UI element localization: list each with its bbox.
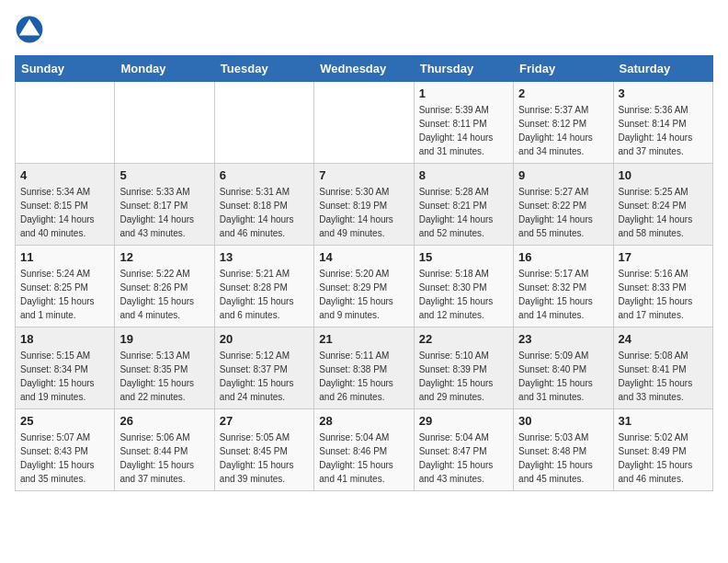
- calendar-cell: [314, 82, 414, 164]
- day-number: 1: [419, 86, 508, 100]
- day-info: Sunrise: 5:37 AM Sunset: 8:12 PM Dayligh…: [518, 103, 608, 158]
- day-number: 12: [119, 250, 209, 264]
- calendar-week-row: 4Sunrise: 5:34 AM Sunset: 8:15 PM Daylig…: [16, 164, 713, 246]
- calendar-cell: 4Sunrise: 5:34 AM Sunset: 8:15 PM Daylig…: [16, 164, 115, 246]
- day-info: Sunrise: 5:18 AM Sunset: 8:30 PM Dayligh…: [419, 267, 508, 322]
- calendar-cell: 20Sunrise: 5:12 AM Sunset: 8:37 PM Dayli…: [214, 327, 313, 409]
- calendar-cell: 26Sunrise: 5:06 AM Sunset: 8:44 PM Dayli…: [115, 409, 214, 491]
- calendar-cell: 13Sunrise: 5:21 AM Sunset: 8:28 PM Dayli…: [214, 246, 313, 327]
- calendar-cell: 18Sunrise: 5:15 AM Sunset: 8:34 PM Dayli…: [16, 327, 115, 409]
- day-info: Sunrise: 5:17 AM Sunset: 8:32 PM Dayligh…: [518, 267, 608, 322]
- day-number: 14: [319, 250, 408, 264]
- day-info: Sunrise: 5:11 AM Sunset: 8:38 PM Dayligh…: [319, 349, 408, 404]
- calendar-cell: 28Sunrise: 5:04 AM Sunset: 8:46 PM Dayli…: [314, 409, 414, 491]
- day-number: 23: [518, 332, 608, 346]
- calendar-cell: 24Sunrise: 5:08 AM Sunset: 8:41 PM Dayli…: [613, 327, 712, 409]
- day-info: Sunrise: 5:25 AM Sunset: 8:24 PM Dayligh…: [619, 185, 708, 240]
- calendar-cell: 14Sunrise: 5:20 AM Sunset: 8:29 PM Dayli…: [314, 246, 414, 327]
- calendar-cell: 3Sunrise: 5:36 AM Sunset: 8:14 PM Daylig…: [613, 82, 712, 164]
- calendar-cell: 25Sunrise: 5:07 AM Sunset: 8:43 PM Dayli…: [16, 409, 115, 491]
- day-number: 20: [220, 332, 309, 346]
- calendar-week-row: 18Sunrise: 5:15 AM Sunset: 8:34 PM Dayli…: [16, 327, 713, 409]
- day-number: 18: [20, 332, 109, 346]
- day-number: 19: [119, 332, 209, 346]
- day-number: 6: [220, 168, 309, 182]
- day-number: 9: [518, 168, 608, 182]
- day-info: Sunrise: 5:34 AM Sunset: 8:15 PM Dayligh…: [20, 185, 109, 240]
- day-info: Sunrise: 5:13 AM Sunset: 8:35 PM Dayligh…: [119, 349, 209, 404]
- calendar-cell: [16, 82, 115, 164]
- calendar-cell: 31Sunrise: 5:02 AM Sunset: 8:49 PM Dayli…: [613, 409, 712, 491]
- day-number: 4: [20, 168, 109, 182]
- calendar-cell: 22Sunrise: 5:10 AM Sunset: 8:39 PM Dayli…: [414, 327, 513, 409]
- weekday-header: Monday: [115, 56, 214, 82]
- calendar-cell: 6Sunrise: 5:31 AM Sunset: 8:18 PM Daylig…: [214, 164, 313, 246]
- calendar-cell: 29Sunrise: 5:04 AM Sunset: 8:47 PM Dayli…: [414, 409, 513, 491]
- day-info: Sunrise: 5:09 AM Sunset: 8:40 PM Dayligh…: [518, 349, 608, 404]
- day-info: Sunrise: 5:02 AM Sunset: 8:49 PM Dayligh…: [619, 431, 708, 486]
- day-info: Sunrise: 5:30 AM Sunset: 8:19 PM Dayligh…: [319, 185, 408, 240]
- calendar-week-row: 11Sunrise: 5:24 AM Sunset: 8:25 PM Dayli…: [16, 246, 713, 327]
- day-info: Sunrise: 5:33 AM Sunset: 8:17 PM Dayligh…: [119, 185, 209, 240]
- day-number: 17: [619, 250, 708, 264]
- weekday-header: Thursday: [414, 56, 513, 82]
- weekday-header: Saturday: [613, 56, 712, 82]
- calendar-week-row: 1Sunrise: 5:39 AM Sunset: 8:11 PM Daylig…: [16, 82, 713, 164]
- day-number: 15: [419, 250, 508, 264]
- day-number: 30: [518, 414, 608, 428]
- calendar-cell: 8Sunrise: 5:28 AM Sunset: 8:21 PM Daylig…: [414, 164, 513, 246]
- calendar-cell: 11Sunrise: 5:24 AM Sunset: 8:25 PM Dayli…: [16, 246, 115, 327]
- day-info: Sunrise: 5:10 AM Sunset: 8:39 PM Dayligh…: [419, 349, 508, 404]
- day-info: Sunrise: 5:27 AM Sunset: 8:22 PM Dayligh…: [518, 185, 608, 240]
- calendar-cell: 30Sunrise: 5:03 AM Sunset: 8:48 PM Dayli…: [514, 409, 613, 491]
- day-info: Sunrise: 5:04 AM Sunset: 8:46 PM Dayligh…: [319, 431, 408, 486]
- calendar-cell: 1Sunrise: 5:39 AM Sunset: 8:11 PM Daylig…: [414, 82, 513, 164]
- day-number: 31: [619, 414, 708, 428]
- day-number: 27: [220, 414, 309, 428]
- calendar-cell: 12Sunrise: 5:22 AM Sunset: 8:26 PM Dayli…: [115, 246, 214, 327]
- calendar-cell: 7Sunrise: 5:30 AM Sunset: 8:19 PM Daylig…: [314, 164, 414, 246]
- day-number: 29: [419, 414, 508, 428]
- calendar-header-row: SundayMondayTuesdayWednesdayThursdayFrid…: [16, 56, 713, 82]
- calendar-cell: 10Sunrise: 5:25 AM Sunset: 8:24 PM Dayli…: [613, 164, 712, 246]
- day-info: Sunrise: 5:20 AM Sunset: 8:29 PM Dayligh…: [319, 267, 408, 322]
- day-number: 24: [619, 332, 708, 346]
- day-number: 16: [518, 250, 608, 264]
- day-number: 25: [20, 414, 109, 428]
- calendar-cell: [115, 82, 214, 164]
- day-number: 13: [220, 250, 309, 264]
- logo: [15, 15, 48, 44]
- calendar-cell: 15Sunrise: 5:18 AM Sunset: 8:30 PM Dayli…: [414, 246, 513, 327]
- day-number: 3: [619, 86, 708, 100]
- calendar-cell: 2Sunrise: 5:37 AM Sunset: 8:12 PM Daylig…: [514, 82, 613, 164]
- day-info: Sunrise: 5:15 AM Sunset: 8:34 PM Dayligh…: [20, 349, 109, 404]
- calendar-cell: 19Sunrise: 5:13 AM Sunset: 8:35 PM Dayli…: [115, 327, 214, 409]
- calendar-table: SundayMondayTuesdayWednesdayThursdayFrid…: [15, 55, 713, 491]
- day-number: 8: [419, 168, 508, 182]
- day-number: 5: [119, 168, 209, 182]
- calendar-cell: 27Sunrise: 5:05 AM Sunset: 8:45 PM Dayli…: [214, 409, 313, 491]
- calendar-cell: 16Sunrise: 5:17 AM Sunset: 8:32 PM Dayli…: [514, 246, 613, 327]
- day-info: Sunrise: 5:24 AM Sunset: 8:25 PM Dayligh…: [20, 267, 109, 322]
- day-info: Sunrise: 5:16 AM Sunset: 8:33 PM Dayligh…: [619, 267, 708, 322]
- day-info: Sunrise: 5:28 AM Sunset: 8:21 PM Dayligh…: [419, 185, 508, 240]
- calendar-cell: 21Sunrise: 5:11 AM Sunset: 8:38 PM Dayli…: [314, 327, 414, 409]
- calendar-cell: 23Sunrise: 5:09 AM Sunset: 8:40 PM Dayli…: [514, 327, 613, 409]
- weekday-header: Friday: [514, 56, 613, 82]
- day-info: Sunrise: 5:12 AM Sunset: 8:37 PM Dayligh…: [220, 349, 309, 404]
- day-info: Sunrise: 5:04 AM Sunset: 8:47 PM Dayligh…: [419, 431, 508, 486]
- day-number: 28: [319, 414, 408, 428]
- calendar-cell: 5Sunrise: 5:33 AM Sunset: 8:17 PM Daylig…: [115, 164, 214, 246]
- day-info: Sunrise: 5:22 AM Sunset: 8:26 PM Dayligh…: [119, 267, 209, 322]
- day-number: 21: [319, 332, 408, 346]
- weekday-header: Sunday: [16, 56, 115, 82]
- logo-icon: [15, 15, 44, 44]
- day-number: 26: [119, 414, 209, 428]
- calendar-cell: 9Sunrise: 5:27 AM Sunset: 8:22 PM Daylig…: [514, 164, 613, 246]
- page-header: [15, 15, 713, 44]
- day-info: Sunrise: 5:05 AM Sunset: 8:45 PM Dayligh…: [220, 431, 309, 486]
- day-info: Sunrise: 5:03 AM Sunset: 8:48 PM Dayligh…: [518, 431, 608, 486]
- day-info: Sunrise: 5:36 AM Sunset: 8:14 PM Dayligh…: [619, 103, 708, 158]
- day-number: 2: [518, 86, 608, 100]
- day-info: Sunrise: 5:39 AM Sunset: 8:11 PM Dayligh…: [419, 103, 508, 158]
